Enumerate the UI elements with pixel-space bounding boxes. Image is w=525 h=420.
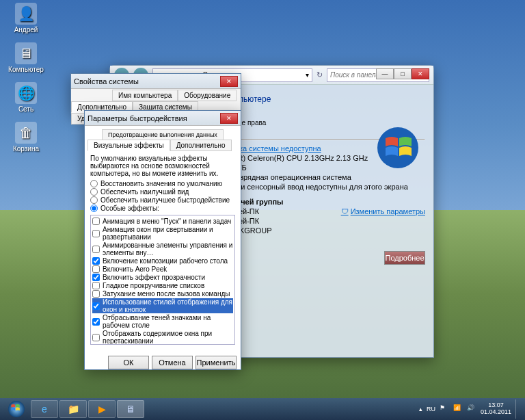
close-button[interactable]: ✕ [220, 76, 238, 87]
tab-computer-name[interactable]: Имя компьютера [112, 90, 178, 101]
tab-dep[interactable]: Предотвращение выполнения данных [102, 129, 224, 140]
tray-expand-icon[interactable]: ▴ [419, 406, 422, 412]
task-ie-icon[interactable]: e [31, 400, 58, 418]
effect-checkbox[interactable] [92, 290, 100, 298]
recycle-bin-icon-glyph: 🗑 [15, 122, 37, 144]
effect-checkbox[interactable] [92, 334, 100, 341]
radio-option[interactable]: Обеспечить наилучшее быстродействие [90, 196, 235, 204]
network-icon[interactable]: 🌐Сеть [5, 82, 46, 113]
windows-logo-icon [376, 126, 420, 170]
close-button[interactable]: ✕ [412, 68, 429, 79]
volume-icon[interactable]: 🔊 [467, 404, 476, 414]
task-wmp-icon[interactable]: ▶ [88, 400, 116, 418]
radio-option[interactable]: Восстановить значения по умолчанию [90, 180, 235, 187]
tab-hardware[interactable]: Оборудование [178, 90, 237, 101]
effect-checkbox[interactable] [92, 265, 100, 273]
task-explorer-icon[interactable]: 📁 [59, 400, 87, 418]
start-button[interactable] [3, 399, 30, 419]
sysprops-titlebar[interactable]: Свойства системы ✕ [71, 74, 241, 89]
system-type: 32-разрядная операционная система [221, 173, 425, 181]
refresh-icon[interactable]: ↻ [317, 70, 323, 79]
apply-button[interactable]: Применить [196, 356, 237, 369]
language-indicator[interactable]: RU [427, 406, 435, 412]
effect-checkbox-row[interactable]: Использование стилей отображения для око… [92, 298, 233, 313]
effect-checkbox[interactable] [92, 246, 100, 253]
effect-checkbox-row[interactable]: Анимация в меню "Пуск" и панели задач [92, 218, 233, 225]
tab-advanced[interactable]: Дополнительно [170, 140, 232, 151]
performance-options-dialog: Параметры быстродействия ✕ Предотвращени… [84, 110, 241, 370]
task-control-panel[interactable]: 🖥 [117, 400, 144, 418]
recycle-bin-icon[interactable]: 🗑Корзина [5, 122, 46, 153]
effect-checkbox[interactable] [92, 274, 100, 281]
radio-input[interactable] [90, 196, 98, 204]
show-desktop-button[interactable] [515, 399, 521, 419]
effect-checkbox[interactable] [92, 282, 100, 289]
radio-input[interactable] [90, 180, 98, 187]
effect-checkbox[interactable] [92, 302, 100, 310]
sysprops-title: Свойства системы [74, 77, 220, 86]
dialog-buttons: ОК Отмена Применить [85, 352, 241, 373]
system-tray: ▴ RU ⚑ 📶 🔊 13:07 01.04.2011 [419, 399, 522, 419]
system-properties-dialog: Свойства системы ✕ Имя компьютера Оборуд… [70, 73, 241, 114]
ok-button[interactable]: ОК [108, 356, 149, 369]
action-center-icon[interactable]: ⚑ [440, 404, 449, 414]
effect-checkbox[interactable] [92, 218, 100, 225]
user-folder-icon-glyph: 👤 [15, 3, 37, 25]
computer-icon-glyph: 🖥 [15, 42, 37, 64]
effect-checkbox-row[interactable]: Отбрасывание теней значками на рабочем с… [92, 314, 233, 329]
effect-checkbox-row[interactable]: Затухание меню после вызова команды [92, 290, 233, 298]
effect-checkbox[interactable] [92, 230, 100, 237]
maximize-button[interactable]: □ [394, 68, 412, 79]
intro-text: По умолчанию визуальные эффекты выбирают… [90, 155, 235, 177]
computer-icon[interactable]: 🖥Компьютер [5, 42, 46, 73]
effect-checkbox-row[interactable]: Включение композиции рабочего стола [92, 257, 233, 265]
cancel-button[interactable]: Отмена [152, 356, 193, 369]
date-text: 01.04.2011 [481, 409, 511, 416]
tab-visual-effects[interactable]: Визуальные эффекты [88, 140, 170, 151]
effect-checkbox-row[interactable]: Отображать содержимое окна при перетаски… [92, 330, 233, 345]
perfopts-title: Параметры быстродействия [88, 114, 220, 122]
effect-checkbox[interactable] [92, 257, 100, 265]
perfopts-tabs: Предотвращение выполнения данных [88, 129, 238, 140]
pen-touch: Перо и сенсорный ввод недоступны для это… [221, 183, 425, 191]
effect-checkbox[interactable] [92, 318, 100, 326]
radio-option[interactable]: Обеспечить наилучший вид [90, 188, 235, 196]
network-tray-icon[interactable]: 📶 [453, 404, 463, 414]
network-icon-glyph: 🌐 [15, 82, 37, 104]
genuine-button[interactable]: Подробнее [384, 251, 425, 265]
minimize-button[interactable]: — [376, 68, 394, 79]
radio-input[interactable] [90, 205, 98, 212]
effect-checkbox-row[interactable]: Включить эффект прозрачности [92, 274, 233, 281]
workgroup-value: WORKGROUP [221, 226, 425, 235]
radio-option[interactable]: Особые эффекты: [90, 205, 235, 212]
user-folder-icon[interactable]: 👤Андрей [5, 3, 46, 34]
effect-checkbox-row[interactable]: Включить Aero Peek [92, 265, 233, 273]
perfopts-titlebar[interactable]: Параметры быстродействия ✕ [85, 111, 241, 126]
taskbar: e 📁 ▶ 🖥 ▴ RU ⚑ 📶 🔊 13:07 01.04.2011 [0, 398, 525, 420]
clock[interactable]: 13:07 01.04.2011 [481, 402, 511, 416]
shield-icon: 🛡 [341, 207, 349, 215]
change-settings-link[interactable]: 🛡 Изменить параметры [341, 207, 425, 215]
effect-checkbox-row[interactable]: Гладкое прокручивание списков [92, 282, 233, 289]
effect-checkbox-row[interactable]: Анимированные элементы управления и элем… [92, 241, 233, 257]
cp-window-buttons: — □ ✕ [376, 68, 429, 79]
radio-input[interactable] [90, 188, 98, 196]
effect-checkbox-row[interactable]: Анимация окон при свертывании и разверты… [92, 226, 233, 241]
effects-list[interactable]: Анимация в меню "Пуск" и панели задачАни… [90, 215, 235, 345]
perfopts-content: По умолчанию визуальные эффекты выбирают… [85, 150, 241, 352]
close-button[interactable]: ✕ [220, 113, 238, 124]
full-computer-name: Андрей-ПК [221, 217, 425, 225]
